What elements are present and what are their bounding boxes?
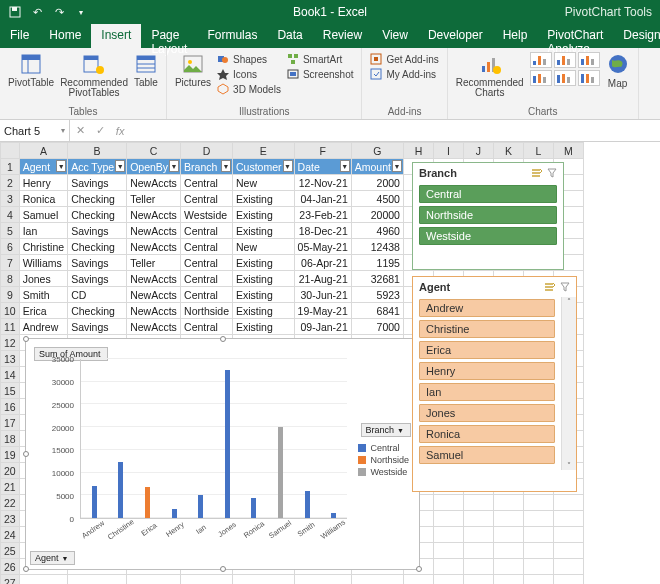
cell[interactable]: 05-May-21 (294, 239, 351, 255)
cell[interactable]: Northside (181, 303, 233, 319)
cell[interactable] (433, 511, 463, 527)
column-header[interactable]: C (127, 143, 181, 159)
slicer-agent[interactable]: Agent AndrewChristineEricaHenryIanJonesR… (412, 276, 577, 492)
cell[interactable]: NewAccts (127, 319, 181, 335)
row-header[interactable]: 3 (1, 191, 20, 207)
myaddins-button[interactable]: My Add-ins (370, 67, 438, 81)
select-all-cell[interactable] (1, 143, 20, 159)
cell[interactable]: NewAccts (127, 271, 181, 287)
column-header[interactable]: J (463, 143, 493, 159)
column-header[interactable]: K (493, 143, 523, 159)
column-header[interactable]: F (294, 143, 351, 159)
tab-file[interactable]: File (0, 24, 39, 48)
slicer-scrollbar[interactable]: ˄ ˅ (561, 297, 576, 470)
cell[interactable]: Savings (68, 319, 127, 335)
row-header[interactable]: 22 (1, 495, 20, 511)
tab-developer[interactable]: Developer (418, 24, 493, 48)
cell[interactable]: Henry (19, 175, 67, 191)
filter-dropdown-icon[interactable]: ▼ (392, 160, 402, 172)
cell[interactable]: 23-Feb-21 (294, 207, 351, 223)
row-header[interactable]: 10 (1, 303, 20, 319)
cell[interactable]: Savings (68, 255, 127, 271)
cell[interactable] (463, 559, 493, 575)
cell[interactable]: NewAccts (127, 303, 181, 319)
legend-item[interactable]: Central (358, 443, 409, 453)
row-header[interactable]: 2 (1, 175, 20, 191)
cell[interactable]: 18-Dec-21 (294, 223, 351, 239)
cell[interactable] (553, 543, 583, 559)
cell[interactable]: Central (181, 271, 233, 287)
row-header[interactable]: 17 (1, 415, 20, 431)
cell[interactable] (463, 575, 493, 585)
tab-insert[interactable]: Insert (91, 24, 141, 48)
cell[interactable]: NewAccts (127, 287, 181, 303)
cell[interactable] (433, 559, 463, 575)
qat-customize-icon[interactable]: ▾ (74, 5, 88, 19)
column-header[interactable]: E (233, 143, 295, 159)
chart-legend-field-button[interactable]: Branch▼ (361, 423, 411, 437)
cell[interactable]: Central (181, 191, 233, 207)
tab-data[interactable]: Data (267, 24, 312, 48)
table-header-cell[interactable]: Customer▼ (233, 159, 295, 175)
chart-type-area-button[interactable] (554, 70, 576, 86)
cell[interactable] (68, 575, 127, 585)
cell[interactable] (493, 543, 523, 559)
cell[interactable]: Existing (233, 207, 295, 223)
cell[interactable]: Central (181, 319, 233, 335)
cell[interactable] (523, 495, 553, 511)
cell[interactable] (493, 527, 523, 543)
cell[interactable]: NewAccts (127, 239, 181, 255)
cell[interactable] (493, 559, 523, 575)
models-button[interactable]: 3D Models (217, 82, 281, 96)
legend-item[interactable]: Northside (358, 455, 409, 465)
cell[interactable] (19, 575, 67, 585)
cell[interactable]: Savings (68, 223, 127, 239)
cell[interactable] (523, 527, 553, 543)
chart-bar[interactable] (92, 486, 97, 518)
chart-bar[interactable] (278, 427, 283, 518)
cell[interactable] (523, 575, 553, 585)
cell[interactable]: Central (181, 175, 233, 191)
column-header[interactable]: M (553, 143, 583, 159)
column-header[interactable]: B (68, 143, 127, 159)
cell[interactable] (463, 543, 493, 559)
multi-select-icon[interactable] (544, 282, 556, 292)
slicer-branch[interactable]: Branch CentralNorthsideWestside (412, 162, 564, 270)
cell[interactable] (127, 575, 181, 585)
row-header[interactable]: 5 (1, 223, 20, 239)
slicer-item[interactable]: Westside (419, 227, 557, 245)
cell[interactable] (433, 543, 463, 559)
cell[interactable] (523, 511, 553, 527)
filter-dropdown-icon[interactable]: ▼ (283, 160, 293, 172)
cell[interactable] (493, 511, 523, 527)
cell[interactable]: Jones (19, 271, 67, 287)
column-header[interactable]: I (433, 143, 463, 159)
screenshot-button[interactable]: Screenshot (287, 67, 354, 81)
cell[interactable]: Teller (127, 255, 181, 271)
fx-icon[interactable]: fx (116, 125, 125, 137)
cell[interactable] (553, 575, 583, 585)
row-header[interactable]: 24 (1, 527, 20, 543)
pivottable-button[interactable]: PivotTable (8, 52, 54, 88)
enter-formula-icon[interactable]: ✓ (96, 124, 105, 137)
row-header[interactable]: 27 (1, 575, 20, 585)
scroll-down-icon[interactable]: ˅ (567, 461, 571, 470)
legend-item[interactable]: Westside (358, 467, 409, 477)
cell[interactable] (493, 495, 523, 511)
filter-dropdown-icon[interactable]: ▼ (115, 160, 125, 172)
filter-dropdown-icon[interactable]: ▼ (169, 160, 179, 172)
formula-input[interactable] (130, 120, 660, 141)
cell[interactable]: New (233, 239, 295, 255)
column-header[interactable]: H (403, 143, 433, 159)
getaddins-button[interactable]: Get Add-ins (370, 52, 438, 66)
chart-type-bar-button[interactable] (530, 52, 552, 68)
cell[interactable]: 6841 (351, 303, 403, 319)
cell[interactable] (233, 575, 295, 585)
chart-type-scatter-button[interactable] (578, 70, 600, 86)
row-header[interactable]: 12 (1, 335, 20, 351)
cell[interactable] (433, 575, 463, 585)
row-header[interactable]: 14 (1, 367, 20, 383)
pictures-button[interactable]: Pictures (175, 52, 211, 88)
cell[interactable] (553, 511, 583, 527)
cell[interactable]: 09-Jan-21 (294, 319, 351, 335)
